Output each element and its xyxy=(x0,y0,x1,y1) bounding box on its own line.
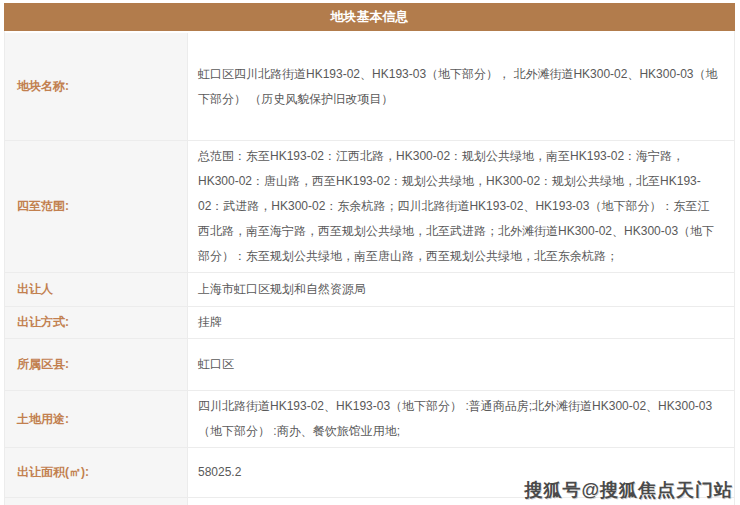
field-value: 挂牌 xyxy=(188,307,734,338)
field-label: 所属区县: xyxy=(5,339,188,390)
land-info-table: 地块基本信息 地块名称: 虹口区四川北路街道HK193-02、HK193-03（… xyxy=(4,3,735,505)
table-row-transfer-method: 出让方式: 挂牌 xyxy=(5,307,734,339)
field-value-text: 总范围：东至HK193-02：江西北路，HK300-02：规划公共绿地，南至HK… xyxy=(198,144,718,269)
field-value-text: 虹口区四川北路街道HK193-02、HK193-03（地下部分）， 北外滩街道H… xyxy=(198,62,718,112)
field-value: 上海市虹口区规划和自然资源局 xyxy=(188,273,734,306)
page: 地块基本信息 地块名称: 虹口区四川北路街道HK193-02、HK193-03（… xyxy=(0,0,740,505)
table-row-boundaries: 四至范围: 总范围：东至HK193-02：江西北路，HK300-02：规划公共绿… xyxy=(5,141,734,273)
table-row-transferor: 出让人 上海市虹口区规划和自然资源局 xyxy=(5,273,734,307)
field-label: 土地用途: xyxy=(5,391,188,447)
table-row-parcel-name: 地块名称: 虹口区四川北路街道HK193-02、HK193-03（地下部分）， … xyxy=(5,33,734,141)
field-value-text: 四川北路街道HK193-02、HK193-03（地下部分） :普通商品房;北外滩… xyxy=(198,394,718,444)
field-label: 四至范围: xyxy=(5,141,188,272)
field-value-text: 虹口区 xyxy=(198,352,234,377)
field-value-text: 58025.2 xyxy=(198,460,241,485)
field-value: 四川北路街道HK193-02、HK193-03（地下部分） :普通商品房;北外滩… xyxy=(188,391,734,447)
field-value-text: 挂牌 xyxy=(198,310,222,335)
watermark: 搜狐号@搜狐焦点天门站 xyxy=(524,478,733,502)
table-row-district: 所属区县: 虹口区 xyxy=(5,339,734,391)
field-label: 出让方式: xyxy=(5,307,188,338)
field-label: 地块名称: xyxy=(5,33,188,140)
field-label: 出让面积(㎡): xyxy=(5,448,188,497)
field-label: 出让人 xyxy=(5,273,188,306)
table-row-land-use: 土地用途: 四川北路街道HK193-02、HK193-03（地下部分） :普通商… xyxy=(5,391,734,448)
field-value: 总范围：东至HK193-02：江西北路，HK300-02：规划公共绿地，南至HK… xyxy=(188,141,734,272)
field-label: 容积率: xyxy=(5,498,188,505)
field-value-text: 上海市虹口区规划和自然资源局 xyxy=(198,277,366,302)
field-value: 虹口区四川北路街道HK193-02、HK193-03（地下部分）， 北外滩街道H… xyxy=(188,33,734,140)
field-value: 虹口区 xyxy=(188,339,734,390)
table-title: 地块基本信息 xyxy=(4,3,735,31)
